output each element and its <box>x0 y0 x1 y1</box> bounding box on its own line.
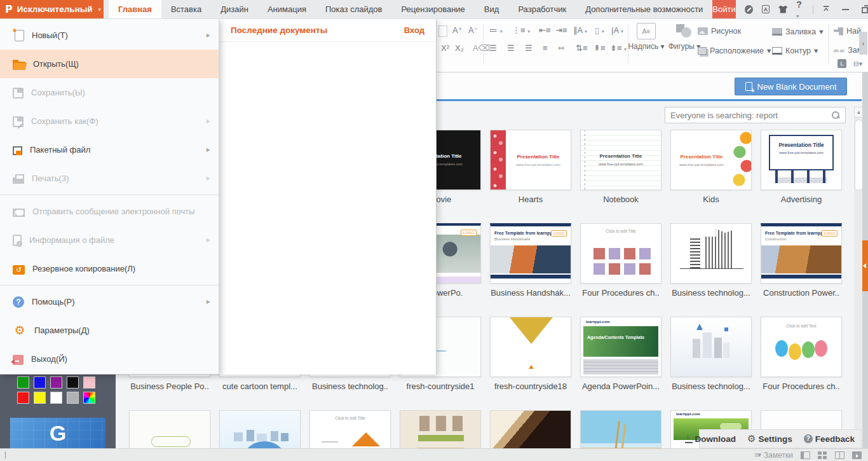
color-swatch[interactable] <box>67 392 79 404</box>
feedback-button[interactable]: ?Feedback <box>804 434 855 444</box>
template-thumbnail[interactable]: Presentation Titlewww.free-ppt-templates… <box>580 130 661 190</box>
skin-icon[interactable] <box>778 6 787 13</box>
thumbnail-text: Click to edit Text <box>761 324 841 328</box>
settings-button[interactable]: ⚙Settings <box>747 433 792 444</box>
tab-0[interactable]: Главная <box>109 0 161 18</box>
slideshow-icon[interactable] <box>852 451 862 459</box>
notes-toggle[interactable]: ≡▾ Заметки <box>754 451 793 460</box>
collapse-ribbon-icon[interactable] <box>822 5 830 13</box>
color-swatch[interactable] <box>50 376 62 389</box>
numbering-icon[interactable]: ⋮≡ ▾ <box>512 25 530 35</box>
textbox-button[interactable]: A≡ Надпись ▾ <box>628 23 665 51</box>
file-menu-item[interactable]: ↺Резервное копирование(Л) <box>0 254 219 283</box>
increase-font-icon[interactable]: A⁺ <box>452 25 463 35</box>
replace-button[interactable]: ab acЗам <box>834 46 862 55</box>
side-panel-handle[interactable] <box>862 240 868 291</box>
slide-sorter-icon[interactable] <box>818 451 827 459</box>
bullets-icon[interactable]: ≔ ▾ <box>489 25 503 35</box>
picture-button[interactable]: Рисунок <box>698 27 741 36</box>
taskpane-mini-icon[interactable]: ⊟▾ <box>853 59 862 68</box>
file-menu-item[interactable]: Отправить сообщение электронной почты <box>0 197 219 226</box>
template-thumbnail[interactable]: Free Template from learnppt.comBusiness … <box>490 223 571 284</box>
fill-button[interactable]: Заливка ▾ <box>772 27 823 36</box>
template-thumbnail[interactable]: Click to edit Title <box>580 223 661 284</box>
decrease-indent-icon[interactable]: ⇤≡ <box>539 25 550 35</box>
para-spacing-up-icon[interactable]: ⇞≡ <box>593 43 605 53</box>
new-document-icon <box>745 82 752 91</box>
clear-format-icon[interactable]: A⌫ <box>473 43 490 53</box>
file-menu-item[interactable]: Открыть(Щ) <box>0 50 219 78</box>
char-rotate-icon[interactable]: |A ▾ <box>611 25 623 35</box>
file-menu-item[interactable]: ⚙Параметры(Д) <box>0 316 219 345</box>
app-menu-button[interactable]: P Исключительный ▾ <box>0 0 104 18</box>
color-swatch[interactable] <box>83 376 95 389</box>
reading-view-icon[interactable] <box>835 451 844 459</box>
color-swatch[interactable] <box>34 376 46 389</box>
align-right-icon[interactable]: ☰ <box>525 43 532 53</box>
tab-6[interactable]: Вид <box>475 0 509 18</box>
new-blank-document-button[interactable]: New Blank Document <box>735 78 847 95</box>
file-menu-item[interactable]: Новый(Т)▶ <box>0 21 219 50</box>
align-left-icon[interactable]: ☰ <box>489 43 497 53</box>
find-button[interactable]: Най <box>834 27 861 36</box>
template-thumbnail[interactable]: Presentation Titlewww.free-ppt-templates… <box>670 130 752 190</box>
text-direction-icon[interactable]: ∥A ▾ <box>573 25 587 35</box>
minimize-icon[interactable] <box>841 5 850 13</box>
help-icon[interactable]: ?▾ <box>796 0 804 20</box>
submenu-arrow-icon: ▶ <box>207 147 210 153</box>
ribbon-expand-icon[interactable]: › <box>859 32 867 55</box>
template-thumbnail[interactable]: Presentation Titlewww.free-ppt-templates… <box>761 130 842 190</box>
tab-1[interactable]: Вставка <box>161 0 211 18</box>
subscript-icon[interactable]: X₂ <box>455 43 464 53</box>
template-thumbnail[interactable]: learnppt.comAgenda/Contents Template <box>580 317 661 377</box>
tab-5[interactable]: Рецензирование <box>391 0 474 18</box>
para-spacing-down-icon[interactable]: ⇟≡ ▾ <box>610 43 627 53</box>
color-swatch[interactable] <box>17 376 29 389</box>
font-size-box[interactable] <box>438 25 447 37</box>
file-menu-item[interactable]: ?Помощь(Р)▶ <box>0 287 219 316</box>
file-menu-item[interactable]: Выход(Й) <box>0 345 219 373</box>
file-menu-item[interactable]: Печать(3)▶ <box>0 164 219 193</box>
download-button[interactable]: Download <box>685 434 736 444</box>
distribute-icon[interactable]: ⇿ <box>558 43 565 53</box>
color-swatch[interactable] <box>83 392 95 404</box>
template-thumbnail[interactable]: Click to edit Text <box>761 317 842 377</box>
decrease-font-icon[interactable]: A⁻ <box>468 25 478 35</box>
text-frame-icon[interactable]: ▯ ▾ <box>595 25 604 35</box>
color-swatch[interactable] <box>17 392 29 404</box>
login-button[interactable]: Войти <box>712 0 735 18</box>
template-search-box[interactable]: Everyone is searching: report <box>665 107 846 123</box>
template-thumbnail[interactable] <box>490 317 571 377</box>
recent-login-link[interactable]: Вход <box>404 25 424 35</box>
color-swatch[interactable] <box>34 392 46 404</box>
search-icon[interactable] <box>831 111 840 120</box>
template-thumbnail[interactable]: Presentation Titlewww.free-ppt-templates… <box>490 130 571 190</box>
template-thumbnail[interactable]: Free Template from learnppt.comConstruct… <box>761 223 842 284</box>
outline-button[interactable]: Контур ▾ <box>772 46 818 55</box>
template-thumbnail[interactable] <box>670 317 752 377</box>
ad-banner[interactable]: G <box>10 418 105 448</box>
signature-icon[interactable] <box>745 5 753 14</box>
restore-icon[interactable] <box>862 5 868 13</box>
arrange-button[interactable]: Расположение ▾ <box>698 46 771 55</box>
template-thumbnail[interactable] <box>670 223 752 284</box>
increase-indent-icon[interactable]: ⇥≡ <box>555 25 567 35</box>
file-menu-item[interactable]: Пакетный файл▶ <box>0 135 219 164</box>
file-menu-item[interactable]: Информация о файле▶ <box>0 226 219 254</box>
normal-view-icon[interactable] <box>801 451 810 459</box>
color-swatch[interactable] <box>50 392 62 404</box>
tab-4[interactable]: Показ слайдов <box>316 0 392 18</box>
tab-3[interactable]: Анимация <box>258 0 316 18</box>
color-swatch[interactable] <box>67 376 79 389</box>
file-menu-item[interactable]: Сохранить(Ы) <box>0 78 219 107</box>
align-center-icon[interactable]: ☰ <box>507 43 515 53</box>
superscript-icon[interactable]: X² <box>441 43 449 53</box>
line-spacing-icon[interactable]: ⇅≡ <box>576 43 587 53</box>
tab-7[interactable]: Разработчик <box>508 0 576 18</box>
layout-mini-icon[interactable]: L <box>837 59 846 68</box>
tab-8[interactable]: Дополнительные возможности <box>576 0 712 18</box>
translate-icon[interactable]: A <box>762 5 770 13</box>
file-menu-item[interactable]: Сохранить как(Ф)▶ <box>0 107 219 135</box>
tab-2[interactable]: Дизайн <box>211 0 258 18</box>
justify-icon[interactable]: ≡ <box>543 43 548 53</box>
